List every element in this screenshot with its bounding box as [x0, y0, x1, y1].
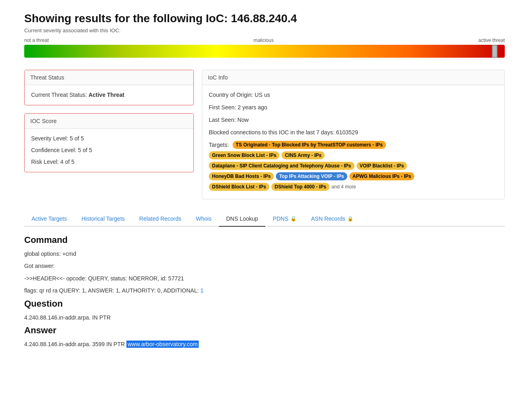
answer-heading: Answer	[24, 325, 505, 336]
tag-honeydb[interactable]: HoneyDB Bad Hosts - IPs	[209, 172, 274, 180]
tab-dns-lookup[interactable]: DNS Lookup	[219, 211, 265, 227]
scale-right-label: active threat	[479, 38, 505, 43]
targets-label: Targets:	[209, 142, 229, 148]
page-title: Showing results for the following IoC: 1…	[24, 12, 505, 25]
ioc-score-body: Severity Level: 5 of 5 Confidence Level:…	[25, 129, 193, 172]
additional-value: 1	[200, 287, 204, 294]
question-value: 4.240.88.146.in-addr.arpa. IN PTR	[24, 313, 505, 322]
tag-cins-army[interactable]: CINS Army - IPs	[281, 151, 325, 159]
tab-historical-targets[interactable]: Historical Targets	[74, 211, 132, 227]
got-answer: Got answer:	[24, 261, 505, 270]
cards-row: Threat Status Current Threat Status: Act…	[24, 70, 505, 199]
tab-related-records[interactable]: Related Records	[132, 211, 189, 227]
last-seen: Last Seen: Now	[209, 116, 498, 124]
answer-line: 4.240.88.146.in-addr.arpa. 3599 IN PTR w…	[24, 340, 505, 349]
threat-status-bold: Active Threat	[88, 92, 124, 98]
tag-voip-blacklist[interactable]: VOIP Blacklist - IPs	[357, 162, 407, 170]
first-seen: First Seen: 2 years ago	[209, 103, 498, 112]
risk-level: Risk Level: 4 of 5	[31, 158, 187, 166]
targets-row-3: Dataplane - SIP Client Cataloging and Te…	[209, 162, 498, 170]
flags-line: flags: qr rd ra QUERY: 1, ANSWER: 1, AUT…	[24, 286, 505, 295]
tag-dataplane[interactable]: Dataplane - SIP Client Cataloging and Te…	[209, 162, 355, 170]
answer-link[interactable]: www.arbor-observatory.com	[126, 341, 199, 348]
tag-green-snow[interactable]: Green Snow Block List - IPs	[209, 151, 279, 159]
targets-section: Targets: TS Originated - Top Blocked IPs…	[209, 141, 498, 191]
tabs-row: Active Targets Historical Targets Relate…	[24, 211, 505, 227]
question-heading: Question	[24, 299, 505, 309]
header-line: ->>HEADER<<- opcode: QUERY, status: NOER…	[24, 274, 505, 283]
targets-row-1: Targets: TS Originated - Top Blocked IPs…	[209, 141, 498, 149]
scale-left-label: not a threat	[24, 38, 49, 43]
targets-row-4: HoneyDB Bad Hosts - IPs Top IPs Attackin…	[209, 172, 498, 180]
asn-lock-icon: 🔒	[347, 216, 353, 221]
global-options: global options: +cmd	[24, 249, 505, 258]
answer-prefix: 4.240.88.146.in-addr.arpa. 3599 IN PTR	[24, 341, 126, 347]
ioc-score-card: IOC Score Severity Level: 5 of 5 Confide…	[24, 113, 194, 172]
gradient-bar	[24, 45, 505, 58]
tab-active-targets[interactable]: Active Targets	[24, 211, 74, 227]
tab-whois[interactable]: Whois	[189, 211, 219, 227]
tab-pdns[interactable]: PDNS 🔒	[265, 211, 304, 227]
ioc-info-body: Country of Origin: US us First Seen: 2 y…	[202, 85, 504, 199]
threat-status-body: Current Threat Status: Active Threat	[25, 85, 193, 105]
threat-status-header: Threat Status	[25, 70, 193, 85]
scale-center-label: malicious	[254, 38, 274, 43]
threat-status-value: Current Threat Status: Active Threat	[31, 91, 187, 99]
command-heading: Command	[24, 235, 505, 245]
ioc-info-card: IoC Info Country of Origin: US us First …	[202, 70, 505, 199]
threat-status-card: Threat Status Current Threat Status: Act…	[24, 70, 194, 105]
tag-ts-originated[interactable]: TS Originated - Top Blocked IPs by Threa…	[233, 141, 386, 149]
and-more-label: and 4 more	[332, 184, 356, 190]
severity-level: Severity Level: 5 of 5	[31, 134, 187, 143]
tag-dshield-top[interactable]: DShield Top 4000 - IPs	[271, 183, 330, 191]
tag-dshield-block[interactable]: DShield Block List - IPs	[209, 183, 269, 191]
country-of-origin: Country of Origin: US us	[209, 91, 498, 99]
tag-top-ips-voip[interactable]: Top IPs Attacking VOIP - IPs	[276, 172, 347, 180]
pdns-lock-icon: 🔒	[290, 216, 296, 221]
gradient-bar-container	[24, 45, 505, 58]
blocked-connections: Blocked connections to this IOC in the l…	[209, 128, 498, 137]
dns-lookup-content: Command global options: +cmd Got answer:…	[24, 235, 505, 349]
ioc-score-header: IOC Score	[25, 114, 193, 129]
targets-row-2: Green Snow Block List - IPs CINS Army - …	[209, 151, 498, 159]
scale-labels: not a threat malicious active threat	[24, 38, 505, 43]
tag-apwg[interactable]: APWG Malicious IPs - IPs	[349, 172, 414, 180]
gradient-indicator	[492, 45, 498, 58]
left-cards: Threat Status Current Threat Status: Act…	[24, 70, 194, 199]
ioc-info-header: IoC Info	[202, 70, 504, 85]
confidence-level: Confidence Level: 5 of 5	[31, 146, 187, 155]
threat-status-prefix: Current Threat Status:	[31, 92, 88, 98]
severity-label: Current severity associated with this IO…	[24, 27, 505, 33]
targets-row-5: DShield Block List - IPs DShield Top 400…	[209, 183, 498, 191]
tab-asn-records[interactable]: ASN Records 🔒	[304, 211, 361, 227]
